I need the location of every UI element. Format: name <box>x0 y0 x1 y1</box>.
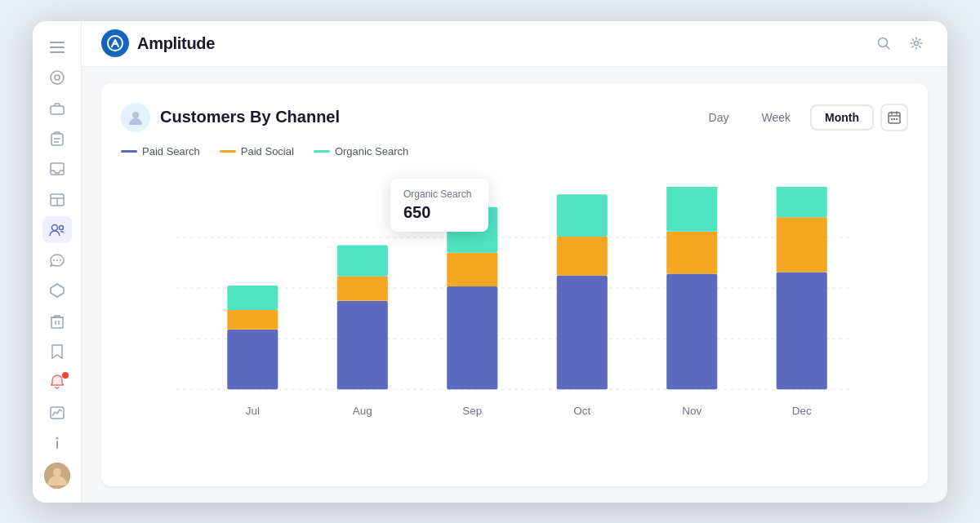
svg-point-32 <box>915 42 919 46</box>
logo-icon <box>101 29 129 57</box>
main-content: Amplitude <box>82 21 947 503</box>
svg-point-33 <box>132 112 139 118</box>
legend-paid-search: Paid Search <box>121 145 200 157</box>
legend-label-paid-social: Paid Social <box>241 145 294 157</box>
month-button[interactable]: Month <box>810 104 874 131</box>
legend-label-paid-search: Paid Search <box>142 145 200 157</box>
card-header: Customers By Channel Day Week Month <box>121 103 908 132</box>
label-oct: Oct <box>573 405 590 417</box>
svg-rect-38 <box>891 118 893 120</box>
chart-tooltip: Organic Search 650 <box>390 179 488 232</box>
bar-sep-paid <box>447 286 497 389</box>
bar-aug-paid <box>337 300 388 389</box>
sidebar-item-briefcase[interactable] <box>42 95 72 122</box>
notification-badge <box>62 372 69 379</box>
svg-rect-5 <box>51 106 64 114</box>
sidebar-item-box[interactable] <box>42 277 72 304</box>
bar-nov-organic <box>666 187 717 232</box>
svg-rect-6 <box>51 134 63 145</box>
tooltip-value: 650 <box>403 203 475 222</box>
svg-point-16 <box>56 259 58 261</box>
svg-line-31 <box>886 46 889 49</box>
bar-oct-organic <box>557 194 608 237</box>
bar-nov-paid <box>666 273 717 389</box>
sidebar-item-chart[interactable] <box>42 399 72 426</box>
sidebar-item-trash[interactable] <box>42 308 72 335</box>
sidebar-item-users[interactable] <box>42 216 72 243</box>
legend-label-organic-search: Organic Search <box>335 145 408 157</box>
bar-jul-paid <box>227 329 278 388</box>
svg-point-4 <box>55 75 60 80</box>
sidebar-item-clipboard[interactable] <box>42 125 72 152</box>
svg-rect-1 <box>50 47 65 48</box>
user-avatar[interactable] <box>44 463 70 489</box>
app-shell: Amplitude <box>33 21 947 503</box>
label-sep: Sep <box>462 405 482 417</box>
sidebar-item-table[interactable] <box>42 186 72 213</box>
legend-paid-social: Paid Social <box>220 145 294 157</box>
legend-line-paid-social <box>220 150 236 153</box>
sidebar-item-home[interactable] <box>42 64 72 91</box>
svg-point-14 <box>59 225 63 229</box>
chart-area: Organic Search 650 <box>121 171 908 448</box>
sidebar-item-chat[interactable] <box>42 246 72 273</box>
sidebar-item-notification[interactable] <box>42 369 72 396</box>
topbar: Amplitude <box>82 21 947 67</box>
bar-jul-organic <box>227 286 278 310</box>
week-button[interactable]: Week <box>748 106 804 129</box>
bar-chart-svg: Jul Aug Sep <box>121 187 908 432</box>
svg-point-3 <box>51 71 64 84</box>
svg-rect-2 <box>50 51 65 53</box>
legend-line-paid-search <box>121 150 137 153</box>
day-button[interactable]: Day <box>696 106 742 129</box>
bar-dec-paid <box>777 272 827 389</box>
sidebar-item-menu[interactable] <box>42 34 72 61</box>
legend-organic-search: Organic Search <box>314 145 408 157</box>
svg-point-17 <box>60 259 61 261</box>
time-controls: Day Week Month <box>696 104 908 131</box>
svg-point-24 <box>56 437 58 439</box>
sidebar-item-bookmark[interactable] <box>42 338 72 365</box>
label-aug: Aug <box>353 405 372 417</box>
svg-rect-19 <box>51 317 63 328</box>
sidebar-item-info[interactable] <box>42 429 72 456</box>
svg-rect-0 <box>50 42 65 43</box>
svg-rect-34 <box>889 113 900 123</box>
settings-icon[interactable] <box>905 32 928 55</box>
tooltip-title: Organic Search <box>403 188 475 200</box>
legend-line-organic-search <box>314 150 330 153</box>
svg-point-13 <box>51 224 57 230</box>
app-name: Amplitude <box>137 34 215 53</box>
label-nov: Nov <box>682 405 702 417</box>
bar-nov-social <box>666 231 717 273</box>
content-area: Customers By Channel Day Week Month <box>82 67 947 503</box>
bar-sep-social <box>447 252 497 286</box>
bar-oct-social <box>557 237 608 276</box>
card-title-area: Customers By Channel <box>121 103 340 132</box>
sidebar-item-inbox[interactable] <box>42 156 72 183</box>
label-jul: Jul <box>246 405 260 417</box>
svg-rect-40 <box>896 118 898 120</box>
svg-point-27 <box>53 468 61 476</box>
svg-point-15 <box>53 259 55 261</box>
label-dec: Dec <box>792 405 812 417</box>
logo-area: Amplitude <box>101 29 215 57</box>
svg-marker-18 <box>51 284 64 297</box>
calendar-button[interactable] <box>880 104 908 131</box>
card-icon <box>121 103 150 132</box>
bar-aug-social <box>337 276 388 300</box>
legend: Paid Search Paid Social Organic Search <box>121 145 908 157</box>
bar-dec-organic <box>777 187 827 217</box>
svg-rect-39 <box>893 118 895 120</box>
bar-aug-organic <box>337 245 388 276</box>
chart-title: Customers By Channel <box>160 108 340 126</box>
chart-card: Customers By Channel Day Week Month <box>101 83 928 486</box>
bar-jul-social <box>227 310 278 330</box>
bar-dec-social <box>777 217 827 272</box>
sidebar <box>33 21 82 503</box>
search-icon[interactable] <box>872 32 895 55</box>
topbar-icons <box>872 32 928 55</box>
bar-oct-paid <box>557 275 608 389</box>
